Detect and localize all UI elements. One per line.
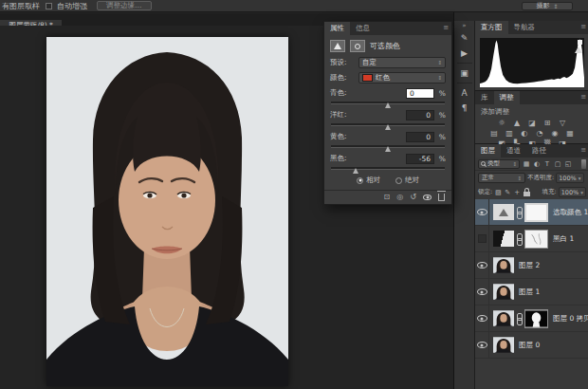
collapse-panels-icon[interactable]: » [462, 21, 466, 30]
character-panel-icon[interactable]: A [454, 85, 475, 101]
auto-enhance-checkbox[interactable] [46, 3, 52, 9]
black-value-input[interactable]: -56 [406, 154, 434, 164]
layer-name[interactable]: 图层 1 [519, 287, 540, 297]
layer-name[interactable]: 选取颜色 1 [553, 208, 588, 217]
lock-position-icon[interactable]: + [513, 189, 521, 196]
vibrance-icon[interactable]: ▽ [558, 118, 568, 128]
refine-edge-button[interactable]: 调整边缘… [97, 1, 152, 10]
view-previous-state-icon[interactable]: ◎ [396, 193, 403, 202]
colors-dropdown[interactable]: 红色 ⇕ [358, 72, 446, 83]
visibility-toggle[interactable] [475, 332, 489, 358]
layer-mask-thumbnail[interactable] [524, 230, 548, 249]
filter-toggle-switch[interactable] [581, 159, 586, 169]
fill-dropdown[interactable]: 100% ▾ [559, 187, 586, 197]
workspace-switcher[interactable]: 摄影 ⇕ [522, 2, 573, 10]
tab-libraries[interactable]: 库 [475, 91, 494, 104]
visibility-toggle[interactable] [475, 279, 489, 305]
image-layer-thumbnail[interactable] [493, 284, 514, 300]
levels-icon[interactable]: ▲ [512, 118, 523, 128]
slider-thumb[interactable] [353, 168, 358, 174]
black-slider[interactable] [331, 165, 445, 173]
layer-mask-thumbnail[interactable] [524, 203, 548, 222]
magenta-value-input[interactable]: 0 [406, 110, 434, 120]
smart-object-filter-icon[interactable]: ◱ [564, 158, 572, 170]
channel-mixer-icon[interactable]: ◉ [550, 128, 560, 139]
hue-saturation-icon[interactable]: ▤ [489, 128, 500, 139]
delete-adjustment-icon[interactable] [438, 194, 445, 201]
layer-row-layer2[interactable]: 图层 2 [475, 252, 588, 279]
panel-menu-icon[interactable]: ≡ [443, 24, 449, 31]
layer-row-layer1[interactable]: 图层 1 [475, 279, 588, 306]
slider-thumb[interactable] [385, 146, 391, 152]
type-filter-icon[interactable]: T [543, 158, 551, 170]
visibility-toggle[interactable] [475, 306, 489, 331]
layer-name[interactable]: 图层 0 拷贝 [553, 314, 588, 324]
visibility-toggle[interactable] [475, 252, 489, 278]
filter-kind-dropdown[interactable]: 类型 ⇕ [478, 159, 520, 169]
radio-unselected-icon [395, 177, 402, 184]
layer-name[interactable]: 图层 0 [519, 341, 540, 350]
panel-menu-icon[interactable]: ≡ [580, 93, 586, 101]
actions-panel-icon[interactable]: ▶ [454, 46, 475, 61]
pixel-filter-icon[interactable]: ▦ [523, 158, 530, 170]
tab-paths[interactable]: 路径 [526, 144, 552, 157]
yellow-slider[interactable] [331, 143, 445, 151]
curves-icon[interactable]: ◪ [527, 118, 538, 128]
exposure-icon[interactable]: ⊞ [542, 118, 553, 128]
layer-row-selective-color[interactable]: 选取颜色 1 [475, 199, 588, 226]
layer-row-black-white[interactable]: 黑白 1 [475, 226, 588, 252]
paragraph-panel-icon[interactable]: ¶ [454, 101, 475, 116]
photo-filter-icon[interactable]: ◔ [535, 128, 545, 139]
blend-mode-dropdown[interactable]: 正常 ⇕ [478, 173, 525, 183]
brightness-contrast-icon[interactable]: ☼ [497, 118, 507, 128]
relative-option[interactable]: 相对 [357, 176, 380, 185]
cyan-value-input[interactable]: 0 [406, 88, 434, 99]
document-canvas[interactable] [46, 37, 288, 386]
layer-row-layer0-copy[interactable]: 图层 0 拷贝 [475, 306, 588, 332]
panel-menu-icon[interactable]: ≡ [580, 23, 586, 30]
magenta-slider[interactable] [331, 121, 445, 129]
tab-info[interactable]: 信息 [350, 22, 376, 35]
lock-pixels-icon[interactable]: ✎ [504, 189, 511, 196]
image-layer-thumbnail[interactable] [493, 310, 514, 326]
layer-mask-thumbnail[interactable] [524, 309, 548, 328]
panel-menu-icon[interactable]: ≡ [580, 146, 586, 154]
color-balance-icon[interactable]: ▥ [505, 128, 515, 139]
visibility-toggle[interactable] [475, 226, 489, 251]
cached-data-warning-icon[interactable] [575, 46, 582, 53]
clip-to-layer-icon[interactable]: ⊡ [384, 193, 391, 202]
brush-panel-icon[interactable]: ✎ [454, 30, 475, 46]
toggle-visibility-eye-icon[interactable] [423, 194, 432, 200]
tab-histogram[interactable]: 直方图 [475, 21, 508, 34]
preset-dropdown[interactable]: 自定 ⇕ [358, 57, 446, 68]
black-white-icon[interactable]: ◐ [520, 128, 530, 139]
color-lookup-icon[interactable]: ▦ [565, 128, 576, 139]
tab-channels[interactable]: 通道 [501, 144, 526, 157]
absolute-option[interactable]: 绝对 [395, 176, 419, 185]
tab-layers[interactable]: 图层 [475, 144, 501, 157]
layer-row-layer0[interactable]: 图层 0 [475, 332, 588, 359]
reset-adjustment-icon[interactable]: ↺ [410, 193, 416, 202]
yellow-value-input[interactable]: 0 [406, 132, 434, 142]
slider-thumb[interactable] [385, 124, 391, 130]
tab-navigator[interactable]: 导航器 [508, 21, 542, 34]
slider-thumb[interactable] [385, 102, 391, 108]
layer-name[interactable]: 图层 2 [519, 261, 540, 270]
layer-name[interactable]: 黑白 1 [553, 234, 574, 244]
tab-properties[interactable]: 属性 [324, 22, 350, 35]
black-white-adjustment-thumbnail[interactable] [493, 231, 514, 247]
clone-source-panel-icon[interactable]: ▣ [454, 65, 475, 81]
cyan-slider[interactable] [331, 100, 445, 107]
histogram-refresh-icon[interactable] [578, 40, 582, 45]
tab-adjustments[interactable]: 调整 [494, 91, 520, 104]
image-layer-thumbnail[interactable] [493, 337, 514, 353]
lock-transparency-icon[interactable]: ▨ [494, 189, 502, 196]
image-layer-thumbnail[interactable] [493, 257, 514, 273]
visibility-toggle[interactable] [475, 199, 489, 225]
selective-color-adjustment-thumbnail[interactable] [493, 204, 514, 220]
adjustment-filter-icon[interactable]: ◐ [533, 158, 541, 170]
opacity-dropdown[interactable]: 100% ▾ [556, 173, 583, 183]
mask-properties-icon[interactable] [350, 40, 365, 52]
lock-all-icon[interactable] [524, 192, 530, 196]
shape-filter-icon[interactable]: ▢ [554, 158, 561, 170]
